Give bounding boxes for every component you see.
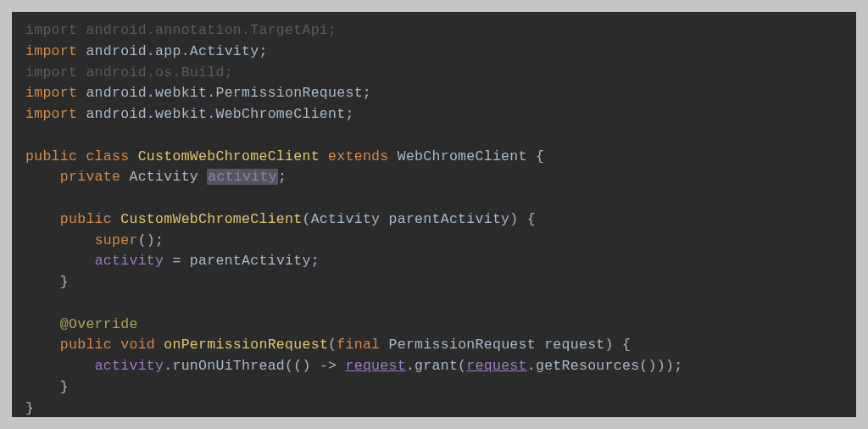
code-line: private Activity activity; (25, 167, 843, 188)
keyword-void: void (120, 337, 155, 353)
var-ref: request (345, 358, 405, 374)
keyword-import: import (25, 22, 77, 38)
code-line: import android.app.Activity; (25, 42, 843, 63)
keyword-public: public (25, 148, 77, 164)
constructor-name: CustomWebChromeClient (120, 211, 302, 227)
blank-line (25, 188, 843, 209)
brace: } (60, 379, 69, 395)
code-line: activity.runOnUiThread(() -> request.gra… (25, 356, 843, 377)
brace: ) { (605, 337, 632, 353)
brace: ) { (509, 211, 536, 227)
import-path: android.webkit.WebChromeClient; (77, 106, 353, 122)
var-ref: request (466, 358, 526, 374)
keyword-import: import (25, 43, 77, 59)
param-ref: parentActivity (190, 253, 311, 269)
method-call: .grant( (406, 358, 466, 374)
brace: } (25, 400, 34, 416)
blank-line (25, 125, 843, 147)
code-editor[interactable]: import android.annotation.TargetApi; imp… (12, 12, 856, 417)
keyword-import: import (25, 106, 77, 122)
import-path: android.annotation.TargetApi; (77, 22, 337, 38)
code-line: import android.webkit.PermissionRequest; (25, 83, 843, 104)
keyword-private: private (60, 169, 120, 185)
code-line: activity = parentActivity; (25, 251, 843, 272)
field-name-highlighted: activity (207, 169, 278, 185)
type-name: Activity (129, 169, 198, 185)
param-name: request (544, 337, 604, 353)
code-line: @Override (25, 315, 843, 336)
keyword-import: import (25, 64, 77, 81)
annotation-override: @Override (60, 316, 138, 332)
code-line: public void onPermissionRequest(final Pe… (25, 335, 843, 356)
code-line: import android.os.Build; (25, 63, 843, 84)
import-path: android.app.Activity; (77, 43, 267, 59)
semicolon: ; (278, 169, 287, 185)
keyword-class: class (86, 148, 129, 164)
parens: (); (138, 232, 164, 248)
method-name: onPermissionRequest (164, 337, 328, 353)
code-line: } (25, 398, 843, 418)
keyword-super: super (95, 232, 138, 248)
field-ref: activity (95, 358, 164, 374)
param-name: parentActivity (389, 211, 510, 227)
equals: = (164, 253, 190, 269)
import-path: android.os.Build; (77, 64, 233, 81)
superclass-name: WebChromeClient (398, 148, 527, 164)
code-line: super(); (25, 231, 843, 252)
param-type: PermissionRequest (389, 337, 536, 353)
class-name: CustomWebChromeClient (138, 148, 320, 164)
code-line: } (25, 272, 843, 293)
code-line: } (25, 377, 843, 398)
import-path: android.webkit.PermissionRequest; (77, 85, 371, 101)
semicolon: ; (311, 253, 320, 269)
code-line: import android.annotation.TargetApi; (25, 20, 843, 42)
brace: } (60, 274, 69, 290)
brace: { (527, 148, 544, 164)
method-call: .runOnUiThread(() -> (164, 358, 345, 374)
method-call: .getResources())); (527, 358, 683, 374)
keyword-public: public (60, 337, 112, 353)
code-line: public class CustomWebChromeClient exten… (25, 147, 843, 168)
blank-line (25, 293, 843, 315)
field-ref: activity (95, 253, 164, 269)
keyword-public: public (60, 211, 112, 227)
keyword-import: import (25, 85, 77, 101)
keyword-extends: extends (328, 148, 388, 164)
code-line: public CustomWebChromeClient(Activity pa… (25, 209, 843, 231)
param-type: Activity (311, 211, 381, 227)
keyword-final: final (337, 337, 380, 353)
code-line: import android.webkit.WebChromeClient; (25, 104, 843, 125)
